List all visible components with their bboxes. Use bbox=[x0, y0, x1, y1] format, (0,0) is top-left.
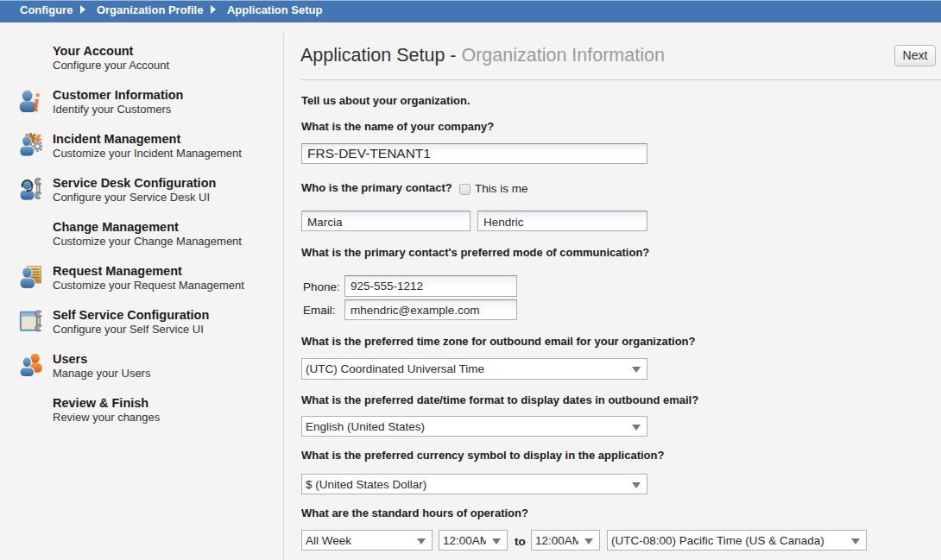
svg-text:i: i bbox=[33, 89, 40, 112]
